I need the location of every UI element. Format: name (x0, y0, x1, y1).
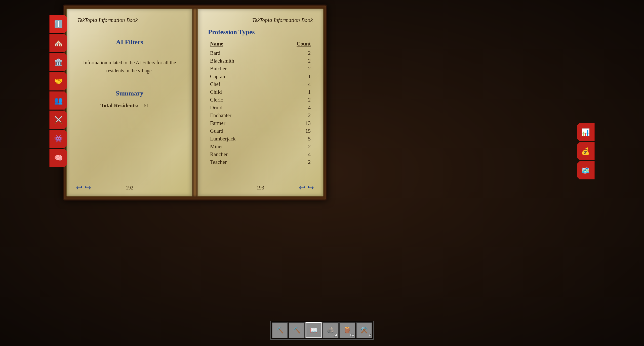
village-icon: 🏘️ (53, 38, 64, 48)
profession-name-0: Bard (210, 50, 296, 56)
profession-row-11: Lumberjack 5 (208, 135, 313, 143)
profession-row-8: Enchanter 2 (208, 112, 313, 119)
profession-count-4: 4 (296, 81, 311, 87)
profession-count-0: 2 (296, 50, 311, 56)
total-residents-label: Total Residents: (100, 102, 138, 109)
next-arrow-right[interactable]: ↪ (308, 183, 314, 192)
next-arrow-left[interactable]: ↪ (85, 183, 91, 192)
profession-name-13: Rancher (210, 151, 296, 158)
sidebar-btn-stats[interactable]: 📊 (577, 123, 595, 141)
stats-icon: 📊 (580, 127, 591, 137)
profession-count-5: 1 (296, 89, 311, 95)
right-page: TekTopia Information Book Profession Typ… (197, 9, 324, 196)
sidebar-btn-buildings[interactable]: 🏛️ (49, 53, 67, 71)
combat-icon: ⚔️ (53, 114, 64, 125)
sidebar-btn-residents[interactable]: 👥 (49, 91, 67, 110)
hotbar-slot-6[interactable]: ⚒️ 4 (356, 322, 372, 338)
left-page-number: 192 (126, 185, 133, 191)
info-icon: ℹ️ (53, 19, 64, 29)
profession-name-2: Butcher (210, 66, 296, 72)
profession-count-2: 2 (296, 66, 311, 72)
profession-name-3: Captain (210, 73, 296, 80)
sidebar-btn-info[interactable]: ℹ️ (49, 15, 67, 33)
col-count-header: Count (296, 41, 311, 47)
profession-name-4: Chef (210, 81, 296, 87)
profession-count-11: 5 (296, 136, 311, 142)
section-description: Information related to the AI Filters fo… (77, 59, 182, 75)
profession-row-3: Captain 1 (208, 73, 313, 80)
nav-arrows-left: ↩ ↪ (76, 183, 91, 192)
hotbar-icon-2: ⛏️ (293, 327, 301, 334)
left-page-title: TekTopia Information Book (77, 17, 182, 23)
total-residents-value: 61 (144, 102, 159, 109)
section-title: AI Filters (77, 38, 182, 46)
sidebar-btn-combat[interactable]: ⚔️ (49, 111, 67, 129)
sidebar-btn-magic[interactable]: 🧠 (49, 149, 67, 167)
profession-row-4: Chef 4 (208, 80, 313, 88)
profession-row-9: Farmer 13 (208, 119, 313, 127)
residents-icon: 👥 (53, 95, 64, 106)
profession-name-10: Guard (210, 128, 296, 134)
profession-count-1: 2 (296, 58, 311, 64)
profession-count-14: 2 (296, 159, 311, 165)
magic-icon: 🧠 (53, 153, 64, 163)
mobs-icon: 👾 (53, 133, 64, 144)
hotbar-count-6: 4 (369, 333, 371, 337)
col-name-header: Name (210, 41, 296, 47)
profession-table-header: Name Count (208, 40, 313, 48)
profession-row-6: Cleric 2 (208, 96, 313, 104)
right-sidebar: 📊 💰 🗺️ (577, 123, 595, 179)
summary-title: Summary (77, 90, 182, 97)
profession-row-13: Rancher 4 (208, 151, 313, 158)
profession-count-12: 2 (296, 143, 311, 150)
profession-row-2: Butcher 2 (208, 65, 313, 73)
hotbar-icon-3: 📖 (310, 327, 317, 334)
profession-name-14: Teacher (210, 159, 296, 165)
right-page-number: 193 (257, 185, 264, 191)
profession-count-13: 4 (296, 151, 311, 158)
profession-name-9: Farmer (210, 120, 296, 126)
hotbar-icon-6: ⚒️ (360, 327, 368, 334)
hotbar-count-4: 34 (334, 333, 337, 337)
profession-count-6: 2 (296, 97, 311, 103)
profession-name-11: Lumberjack (210, 136, 296, 142)
sidebar-btn-work[interactable]: 🤝 (49, 72, 67, 90)
hotbar-icon-4: 🪨 (327, 327, 334, 334)
resources-icon: 💰 (580, 146, 591, 157)
profession-row-14: Teacher 2 (208, 158, 313, 166)
profession-row-0: Bard 2 (208, 49, 313, 57)
profession-count-3: 1 (296, 73, 311, 80)
hotbar-slot-5[interactable]: 🪵 64 (339, 322, 355, 338)
prev-arrow-right[interactable]: ↩ (299, 183, 305, 192)
sidebar-btn-map[interactable]: 🗺️ (577, 161, 595, 179)
hotbar-slot-3[interactable]: 📖 (306, 322, 322, 338)
sidebar-btn-mobs[interactable]: 👾 (49, 130, 67, 148)
buildings-icon: 🏛️ (53, 57, 64, 68)
profession-name-5: Child (210, 89, 296, 95)
book-inner: TekTopia Information Book AI Filters Inf… (66, 9, 324, 196)
hotbar-slot-1[interactable]: ⛏️ (272, 322, 288, 338)
hotbar-slot-2[interactable]: ⛏️ (289, 322, 305, 338)
profession-count-9: 13 (296, 120, 311, 126)
hotbar-icon-5: 🪵 (344, 327, 351, 334)
sidebar-btn-village[interactable]: 🏘️ (49, 34, 67, 52)
profession-row-7: Druid 4 (208, 104, 313, 112)
profession-count-7: 4 (296, 105, 311, 111)
summary-row: Total Residents: 61 (77, 102, 182, 109)
profession-count-10: 15 (296, 128, 311, 134)
prev-arrow-left[interactable]: ↩ (76, 183, 82, 192)
profession-table: Name Count Bard 2 Blacksmith 2 Butcher 2… (208, 40, 313, 166)
nav-arrows-right: ↩ ↪ (299, 183, 314, 192)
work-icon: 🤝 (53, 76, 64, 87)
left-sidebar: ℹ️ 🏘️ 🏛️ 🤝 👥 ⚔️ 👾 🧠 (49, 15, 67, 167)
profession-row-5: Child 1 (208, 88, 313, 96)
sidebar-btn-resources[interactable]: 💰 (577, 142, 595, 160)
book-spine (192, 9, 197, 196)
hotbar-count-5: 64 (350, 333, 354, 337)
map-icon: 🗺️ (580, 165, 591, 176)
right-page-title: TekTopia Information Book (208, 17, 313, 23)
profession-name-1: Blacksmith (210, 58, 296, 64)
hotbar-slot-4[interactable]: 🪨 34 (323, 322, 339, 338)
profession-name-8: Enchanter (210, 112, 296, 119)
profession-name-12: Miner (210, 143, 296, 150)
